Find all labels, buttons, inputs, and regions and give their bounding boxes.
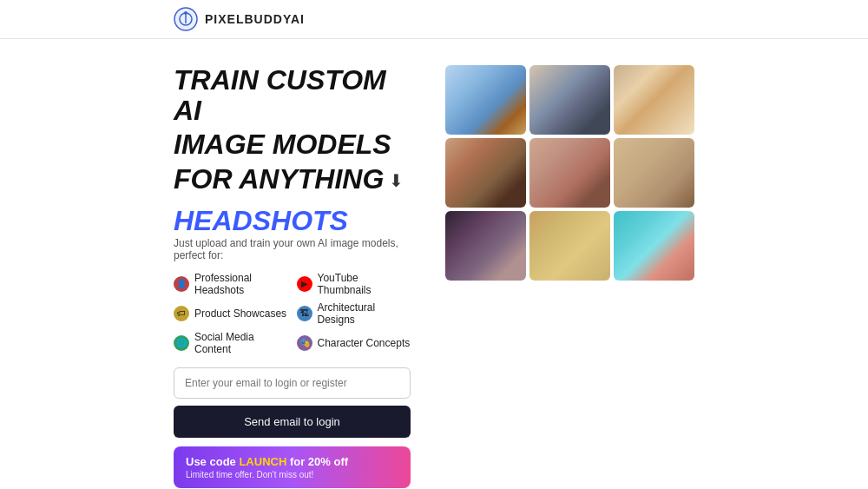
main-content: TRAIN CUSTOM AI IMAGE MODELS FOR ANYTHIN… xyxy=(0,39,868,489)
feature-youtube: ▶ YouTube Thumbnails xyxy=(297,272,411,296)
image-grid xyxy=(445,65,694,281)
feature-label-youtube: YouTube Thumbnails xyxy=(318,272,411,296)
down-arrow-icon: ⬇ xyxy=(389,170,404,191)
hero-left: TRAIN CUSTOM AI IMAGE MODELS FOR ANYTHIN… xyxy=(174,65,411,489)
feature-label-character: Character Concepts xyxy=(318,337,411,349)
grid-image-7 xyxy=(445,211,526,281)
feature-social: 🌐 Social Media Content xyxy=(174,331,288,355)
headline-highlight-row: FOR ANYTHING ⬇ xyxy=(174,164,411,198)
feature-character: 🎭 Character Concepts xyxy=(297,331,411,355)
feature-label-products: Product Showcases xyxy=(194,307,286,320)
grid-image-2 xyxy=(529,65,610,135)
headline-line1: TRAIN CUSTOM AI xyxy=(174,65,411,126)
promo-banner: Use code LAUNCH for 20% off Limited time… xyxy=(174,446,411,488)
feature-architecture: 🏗 Architectural Designs xyxy=(297,301,411,326)
feature-headshots: 👤 Professional Headshots xyxy=(174,272,288,296)
youtube-icon: ▶ xyxy=(297,276,312,292)
architecture-icon: 🏗 xyxy=(297,306,312,321)
character-icon: 🎭 xyxy=(297,335,312,351)
grid-image-6 xyxy=(614,138,694,208)
subtitle: Just upload and train your own AI image … xyxy=(174,237,411,261)
svg-point-2 xyxy=(184,11,187,15)
headline-highlight-word: HEADSHOTS xyxy=(174,205,411,237)
grid-image-5 xyxy=(529,138,610,208)
headshots-icon: 👤 xyxy=(174,276,189,292)
logo-container[interactable]: PIXELBUDDYAI xyxy=(174,7,305,31)
promo-text: Use code LAUNCH for 20% off xyxy=(186,455,398,468)
product-icon: 🏷 xyxy=(174,306,189,321)
headline-line2: IMAGE MODELS xyxy=(174,129,411,160)
headline-line3: FOR ANYTHING xyxy=(174,164,384,195)
header: PIXELBUDDYAI xyxy=(0,0,868,39)
promo-code: LAUNCH xyxy=(239,455,286,468)
feature-products: 🏷 Product Showcases xyxy=(174,301,288,326)
feature-label-architecture: Architectural Designs xyxy=(318,301,411,326)
grid-image-9 xyxy=(614,211,694,281)
header-title: PIXELBUDDYAI xyxy=(205,12,305,26)
grid-image-8 xyxy=(529,211,610,281)
send-email-button[interactable]: Send email to login xyxy=(174,406,411,438)
features-grid: 👤 Professional Headshots ▶ YouTube Thumb… xyxy=(174,272,411,355)
grid-image-3 xyxy=(614,65,694,135)
feature-label-social: Social Media Content xyxy=(194,331,288,355)
logo-icon xyxy=(174,7,198,31)
grid-image-4 xyxy=(445,138,526,208)
feature-label-headshots: Professional Headshots xyxy=(194,272,288,296)
email-input[interactable] xyxy=(174,367,411,399)
promo-sub: Limited time offer. Don't miss out! xyxy=(186,470,398,479)
social-icon: 🌐 xyxy=(174,335,189,351)
grid-image-1 xyxy=(445,65,526,135)
